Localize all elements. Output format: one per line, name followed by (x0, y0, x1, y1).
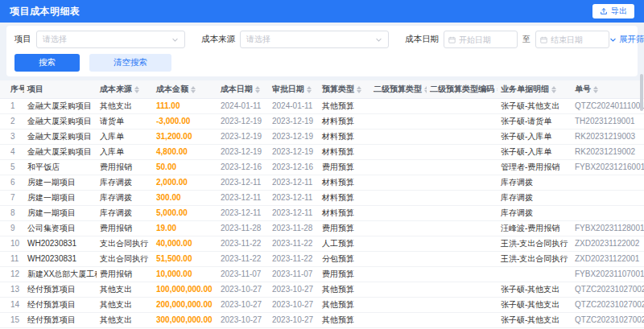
sort-icon[interactable] (357, 86, 361, 93)
table-row[interactable]: 1 金融大厦采购项目 其他支出 111.00 2024-01-11 2024-0… (0, 99, 644, 114)
table-body: 1 金融大厦采购项目 其他支出 111.00 2024-01-11 2024-0… (0, 99, 644, 329)
cell-biz-doc-detail: 库存调拨 (497, 191, 572, 206)
cell-sub-budget-type (370, 130, 427, 145)
clear-search-button[interactable]: 清空搜索 (89, 54, 171, 72)
cost-source-select[interactable]: 请选择 (240, 31, 389, 48)
cell-cost-amount: 300,000,000.00 (153, 313, 217, 328)
sort-icon[interactable] (424, 86, 427, 93)
col-header-cost-amount[interactable]: 成本金额 (153, 80, 217, 99)
col-header-sub-budget-type[interactable]: 二级预算类型 (370, 80, 427, 99)
sort-icon[interactable] (134, 86, 139, 93)
filter-row: 项目 请选择 成本来源 请选择 成本日期 (14, 31, 630, 48)
date-end-box (535, 31, 609, 48)
table-row[interactable]: 4 金融大厦采购项目 入库单 4,800.00 2023-12-19 2023-… (0, 145, 644, 160)
cell-cost-date: 2023-11-22 (217, 236, 269, 252)
cell-biz-doc-detail: 管理者-费用报销 (497, 160, 572, 175)
cell-project: 经付预算项目 (24, 298, 97, 313)
table-row[interactable]: 15 经付预算项目 其他支出 300,000,000.00 2023-10-27… (0, 313, 644, 328)
cell-project: 金融大厦采购项目 (24, 99, 97, 114)
cell-budget-type: 材料预算 (319, 175, 370, 191)
sort-icon[interactable] (593, 86, 598, 93)
cell-sub-budget-code (427, 130, 497, 145)
cell-biz-doc-detail: 张子硕-入库单 (497, 130, 572, 145)
cell-cost-date: 2023-12-11 (217, 191, 269, 206)
table-row[interactable]: 6 房建一期项目 库存调拨 2,000.00 2023-12-11 2023-1… (0, 175, 644, 191)
cell-sub-budget-type (370, 206, 427, 221)
table-row[interactable]: 7 房建一期项目 库存调拨 300.00 2023-12-11 2023-12-… (0, 191, 644, 206)
sort-icon[interactable] (255, 86, 260, 93)
sort-icon[interactable] (307, 86, 312, 93)
date-end-input[interactable] (551, 35, 605, 44)
calendar-icon (540, 36, 547, 43)
cell-index: 12 (0, 267, 24, 282)
table-row[interactable]: 2 金融大厦采购项目 请货单 -3,000.00 2023-12-19 2023… (0, 114, 644, 130)
cell-cost-source: 其他支出 (97, 313, 153, 328)
date-start-input[interactable] (459, 35, 513, 44)
cell-biz-doc-detail (497, 267, 572, 282)
cost-source-filter-label: 成本来源 (201, 34, 235, 45)
col-header-cost-source[interactable]: 成本来源 (97, 80, 153, 99)
cell-cost-amount: 40,000.00 (153, 236, 217, 252)
cell-cost-date: 2023-12-19 (217, 130, 269, 145)
cell-budget-type: 材料预算 (319, 130, 370, 145)
cell-cost-amount: 111.00 (153, 99, 217, 114)
cell-budget-type: 费用预算 (319, 267, 370, 282)
col-header-biz-doc-detail[interactable]: 业务单据明细 (497, 80, 572, 99)
col-header-budget-type[interactable]: 预算类型 (319, 80, 370, 99)
filter-panel: 项目 请选择 成本来源 请选择 成本日期 (6, 26, 638, 76)
cell-sub-budget-type (370, 145, 427, 160)
cell-index: 5 (0, 160, 24, 175)
table-row[interactable]: 13 经付预算项目 其他支出 100,000,000.00 2023-10-27… (0, 282, 644, 298)
cell-doc-number: QTZC20231027002 (572, 282, 644, 298)
cell-sub-budget-type (370, 313, 427, 328)
cell-project: 经付预算项目 (24, 313, 97, 328)
cell-approval-date: 2023-12-11 (269, 206, 319, 221)
col-header-sub-budget-code[interactable]: 二级预算类型编码 (427, 80, 497, 99)
expand-filter-link[interactable]: 展开筛选 (609, 34, 644, 45)
cell-cost-date: 2023-12-11 (217, 206, 269, 221)
cell-biz-doc-detail: 张子硕-请货单 (497, 114, 572, 130)
sort-icon[interactable] (497, 86, 497, 93)
export-icon (600, 7, 608, 15)
cell-budget-type: 费用预算 (319, 160, 370, 175)
search-button[interactable]: 搜索 (14, 54, 80, 72)
cell-cost-amount: 50.00 (153, 160, 217, 175)
filter-project: 项目 请选择 (14, 31, 185, 48)
cell-doc-number: FYBX20231128001 (572, 221, 644, 236)
table-row[interactable]: 8 房建一期项目 库存调拨 5,000.00 2023-12-11 2023-1… (0, 206, 644, 221)
table-row[interactable]: 9 公司集资项目 费用报销 19.00 2023-11-28 2023-11-2… (0, 221, 644, 236)
col-header-approval-date[interactable]: 审批日期 (269, 80, 319, 99)
table-row[interactable]: 5 和平饭店 费用报销 50.00 2023-12-16 2023-12-16 … (0, 160, 644, 175)
table-row[interactable]: 11 WH20230831 支出合同执行 51,500.00 2023-11-2… (0, 252, 644, 267)
cell-sub-budget-code (427, 160, 497, 175)
table-row[interactable]: 14 经付预算项目 其他支出 200,000,000.00 2023-10-27… (0, 298, 644, 313)
sort-icon[interactable] (551, 86, 556, 93)
cell-cost-amount: 2,000.00 (153, 175, 217, 191)
export-button[interactable]: 导出 (592, 4, 634, 19)
col-header-cost-date[interactable]: 成本日期 (217, 80, 269, 99)
vertical-scrollbar-thumb[interactable] (640, 74, 643, 111)
cell-approval-date: 2023-12-19 (269, 114, 319, 130)
cell-budget-type: 其他预算 (319, 282, 370, 298)
cell-project: 公司集资项目 (24, 221, 97, 236)
cell-cost-amount: 51,500.00 (153, 252, 217, 267)
cell-biz-doc-detail: 张子硕-其他支出 (497, 298, 572, 313)
table-row[interactable]: 10 WH20230831 支出合同执行 40,000.00 2023-11-2… (0, 236, 644, 252)
cell-approval-date: 2023-12-19 (269, 130, 319, 145)
cell-cost-source: 库存调拨 (97, 206, 153, 221)
cell-index: 15 (0, 313, 24, 328)
table-row[interactable]: 3 金融大厦采购项目 入库单 31,200.00 2023-12-19 2023… (0, 130, 644, 145)
cell-cost-date: 2023-11-28 (217, 221, 269, 236)
table-row[interactable]: 12 新建XX总部大厦工程二期 费用报销 10,000.00 2023-11-0… (0, 267, 644, 282)
cell-doc-number: QTZC20240111001 (572, 99, 644, 114)
chevron-down-icon (375, 36, 382, 43)
cell-sub-budget-code (427, 236, 497, 252)
cell-cost-date: 2023-11-22 (217, 252, 269, 267)
col-header-doc-number[interactable]: 单号 (572, 80, 644, 99)
cell-index: 13 (0, 282, 24, 298)
col-header-index: 序号 (0, 80, 24, 99)
cell-sub-budget-type (370, 114, 427, 130)
cell-cost-source: 请货单 (97, 114, 153, 130)
project-select[interactable]: 请选择 (36, 31, 185, 48)
sort-icon[interactable] (191, 86, 196, 93)
